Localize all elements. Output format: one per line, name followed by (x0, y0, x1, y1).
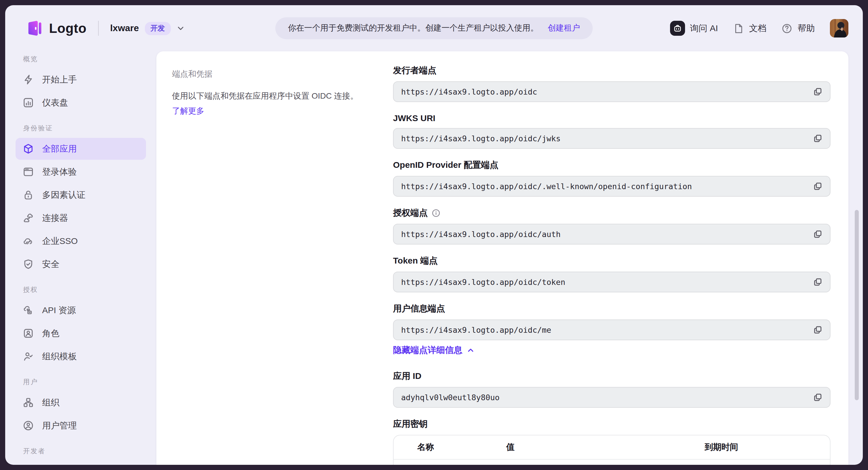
main-panel: 端点和凭据 使用以下端点和凭据在应用程序中设置 OIDC 连接。 了解更多 发行… (156, 51, 848, 465)
field-userinfo-endpoint: 用户信息端点 https://i4sax9.logto.app/oidc/me (393, 303, 831, 340)
logo-text: Logto (49, 21, 87, 36)
cube-icon (23, 143, 34, 155)
org-chart-icon (23, 397, 34, 408)
field-authorization-endpoint: 授权端点 https://i4sax9.logto.app/oidc/auth (393, 208, 831, 244)
scrollbar[interactable] (855, 210, 859, 400)
col-header-value: 值 (506, 442, 705, 453)
sidebar-item-organization-template[interactable]: 组织模板 (16, 345, 146, 367)
topbar: Logto lxware 开发 你在一个用于免费测试的开发租户中。创建一个生产租… (5, 5, 863, 51)
nav-section-developers: 开发者 (23, 447, 146, 456)
sidebar-item-organizations[interactable]: 组织 (16, 392, 146, 413)
chevron-down-icon (176, 24, 184, 32)
openid-config-input: https://i4sax9.logto.app/oidc/.well-know… (393, 176, 831, 197)
sidebar-item-security[interactable]: 安全 (16, 253, 146, 275)
field-issuer-endpoint: 发行者端点 https://i4sax9.logto.app/oidc (393, 65, 831, 102)
token-endpoint-input: https://i4sax9.logto.app/oidc/token (393, 272, 831, 292)
sidebar-item-dashboard[interactable]: 仪表盘 (16, 92, 146, 113)
id-card-icon (23, 328, 34, 339)
userinfo-endpoint-input: https://i4sax9.logto.app/oidc/me (393, 320, 831, 340)
field-jwks-uri: JWKS URI https://i4sax9.logto.app/oidc/j… (393, 113, 831, 149)
app-window: Logto lxware 开发 你在一个用于免费测试的开发租户中。创建一个生产租… (5, 5, 863, 465)
tenant-name: lxware (110, 23, 139, 33)
dev-tenant-banner: 你在一个用于免费测试的开发租户中。创建一个生产租户以投入使用。 创建租户 (275, 17, 593, 39)
copy-button[interactable] (809, 178, 827, 195)
shield-check-icon (23, 258, 34, 270)
copy-button[interactable] (809, 226, 827, 243)
nav-section-authorization: 授权 (23, 286, 146, 294)
copy-button[interactable] (809, 321, 827, 338)
user-avatar[interactable] (830, 19, 848, 37)
tenant-selector[interactable]: lxware 开发 (110, 22, 185, 35)
hide-endpoint-details-link[interactable]: 隐藏端点详细信息 (393, 345, 831, 356)
sidebar-item-get-started[interactable]: 开始上手 (16, 69, 146, 91)
field-openid-config-endpoint: OpenID Provider 配置端点 https://i4sax9.logt… (393, 160, 831, 197)
logto-logo-icon (26, 20, 43, 37)
nav-section-users: 用户 (23, 378, 146, 387)
tenant-env-badge: 开发 (145, 22, 170, 35)
chevron-up-icon (467, 346, 474, 354)
sidebar-item-mfa[interactable]: 多因素认证 (16, 184, 146, 206)
app-secret-section: 应用密钥 名称 值 到期时间 (393, 419, 831, 465)
help-icon (781, 23, 793, 34)
browser-icon (23, 166, 34, 178)
learn-more-link[interactable]: 了解更多 (172, 106, 204, 115)
nav-section-authentication: 身份验证 (23, 124, 146, 133)
sidebar: 概览 开始上手 仪表盘 身份验证 全部应用 登录体验 (5, 51, 156, 465)
sidebar-item-connectors[interactable]: 连接器 (16, 207, 146, 229)
sidebar-item-roles[interactable]: 角色 (16, 323, 146, 344)
sidebar-item-user-management[interactable]: 用户管理 (16, 415, 146, 437)
create-tenant-link[interactable]: 创建租户 (548, 23, 580, 33)
authorization-endpoint-input: https://i4sax9.logto.app/oidc/auth (393, 224, 831, 244)
info-icon[interactable] (432, 209, 440, 217)
sidebar-item-sign-in-experience[interactable]: 登录体验 (16, 161, 146, 183)
copy-button[interactable] (809, 83, 827, 100)
col-header-expiration: 到期时间 (705, 442, 738, 453)
nav-section-overview: 概览 (23, 55, 146, 63)
docs-button[interactable]: 文档 (733, 23, 767, 34)
section-description: 使用以下端点和凭据在应用程序中设置 OIDC 连接。 (172, 89, 390, 103)
api-resource-icon (23, 304, 34, 316)
lock-icon (23, 189, 34, 201)
sso-cloud-key-icon (23, 235, 34, 247)
section-title: 端点和凭据 (172, 69, 390, 79)
field-app-id: 应用 ID adyhqlv0lw0eutl8y80uo (393, 371, 831, 408)
jwks-uri-input: https://i4sax9.logto.app/oidc/jwks (393, 128, 831, 149)
field-token-endpoint: Token 端点 https://i4sax9.logto.app/oidc/t… (393, 256, 831, 292)
ask-ai-button[interactable]: 询问 AI (670, 21, 718, 36)
document-icon (733, 23, 744, 34)
dashboard-icon (23, 97, 34, 108)
app-secret-table: 名称 值 到期时间 (393, 435, 831, 465)
bolt-icon (23, 74, 34, 86)
user-check-icon (23, 350, 34, 362)
connector-icon (23, 212, 34, 224)
field-label: 发行者端点 (393, 65, 831, 76)
copy-button[interactable] (809, 389, 827, 406)
banner-text: 你在一个用于免费测试的开发租户中。创建一个生产租户以投入使用。 (288, 23, 538, 33)
sidebar-item-applications[interactable]: 全部应用 (16, 138, 146, 160)
issuer-endpoint-input: https://i4sax9.logto.app/oidc (393, 81, 831, 102)
table-row (394, 460, 830, 465)
ask-ai-icon (670, 21, 685, 36)
sidebar-item-api-resources[interactable]: API 资源 (16, 299, 146, 321)
topbar-divider (98, 21, 99, 36)
copy-button[interactable] (809, 273, 827, 291)
app-id-input: adyhqlv0lw0eutl8y80uo (393, 387, 831, 408)
user-circle-icon (23, 420, 34, 431)
logo[interactable]: Logto (26, 20, 87, 37)
sidebar-item-enterprise-sso[interactable]: 企业SSO (16, 230, 146, 252)
col-header-name: 名称 (394, 442, 506, 453)
help-button[interactable]: 帮助 (781, 23, 815, 34)
copy-button[interactable] (809, 130, 827, 147)
